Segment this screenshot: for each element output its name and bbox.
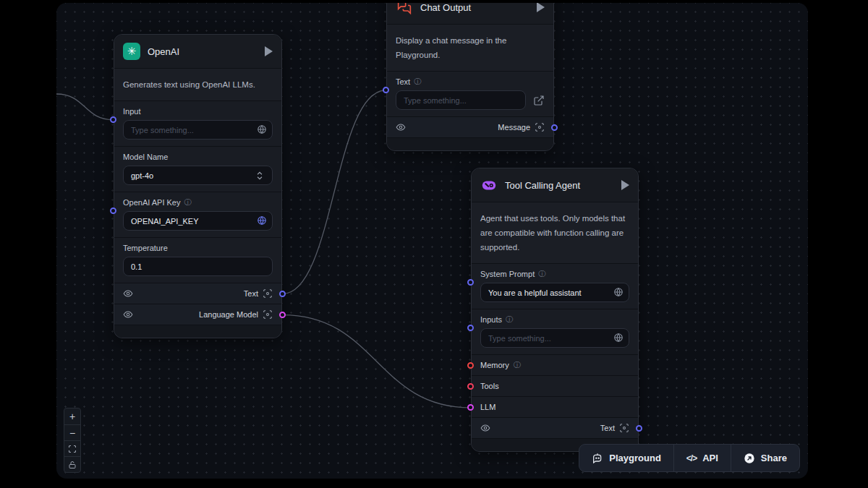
playground-button[interactable]: Playground: [579, 445, 673, 471]
port-language-model-output[interactable]: [279, 312, 286, 318]
node-description: Agent that uses tools. Only models that …: [472, 202, 638, 264]
model-select-value: gpt-4o: [131, 171, 255, 180]
system-prompt-field[interactable]: [480, 283, 629, 302]
node-title: Tool Calling Agent: [505, 180, 614, 191]
input-row-tools[interactable]: Tools: [472, 376, 638, 397]
field-group-temperature: Temperature: [114, 238, 281, 283]
zoom-out-button[interactable]: −: [64, 424, 80, 440]
field-label: Model Name: [123, 153, 168, 161]
port-api-key[interactable]: [110, 207, 116, 214]
scan-eye-icon[interactable]: [535, 122, 545, 132]
port-text-input[interactable]: [383, 87, 389, 93]
port-system-prompt[interactable]: [467, 279, 474, 286]
field-label: Inputs: [480, 315, 502, 324]
input-row-label: Memory: [480, 361, 509, 369]
action-toolbar: Playground </> API Share: [579, 444, 800, 472]
input-row-memory[interactable]: Memory ⓘ: [472, 355, 638, 376]
field-label: Temperature: [123, 244, 168, 252]
node-description: Display a chat message in the Playground…: [387, 25, 553, 72]
lock-icon: [68, 461, 77, 469]
play-icon[interactable]: [265, 46, 273, 56]
output-label: Language Model: [199, 310, 258, 319]
globe-icon[interactable]: [613, 287, 624, 297]
chevron-up-down-icon: [255, 171, 265, 181]
globe-icon[interactable]: [257, 124, 267, 134]
field-label: Text: [396, 77, 410, 86]
info-icon: ⓘ: [506, 316, 513, 323]
fit-view-button[interactable]: [64, 440, 80, 456]
lock-button[interactable]: [64, 456, 80, 472]
node-footer: [114, 325, 281, 338]
port-memory[interactable]: [467, 362, 474, 369]
output-row-language-model[interactable]: Language Model: [114, 304, 281, 325]
port-input[interactable]: [110, 116, 116, 123]
input-row-label: LLM: [480, 403, 495, 411]
globe-icon[interactable]: [613, 333, 624, 343]
port-text-output[interactable]: [636, 425, 642, 432]
model-select[interactable]: gpt-4o: [123, 166, 273, 185]
port-tools[interactable]: [467, 383, 474, 390]
node-title: Chat Output: [420, 3, 529, 13]
playground-bot-icon: [592, 453, 603, 464]
field-group-api-key: OpenAI API Key ⓘ: [114, 192, 281, 238]
output-row-message[interactable]: Message: [387, 117, 553, 138]
eye-icon[interactable]: [480, 423, 490, 433]
node-agent-header[interactable]: Tool Calling Agent: [472, 168, 638, 202]
field-group-text: Text ⓘ: [387, 72, 553, 117]
eye-icon[interactable]: [123, 288, 133, 299]
playground-label: Playground: [609, 453, 661, 463]
info-icon: ⓘ: [414, 78, 421, 85]
node-chat-header[interactable]: Chat Output: [387, 3, 553, 25]
field-group-inputs: Inputs ⓘ: [472, 309, 638, 355]
field-group-model-name: Model Name gpt-4o: [114, 147, 281, 192]
port-text-output[interactable]: [279, 291, 286, 297]
chat-bubble-icon: [396, 3, 413, 16]
play-icon[interactable]: [537, 3, 545, 12]
input-field[interactable]: [123, 120, 273, 140]
info-icon: ⓘ: [514, 361, 521, 369]
info-icon: ⓘ: [184, 199, 192, 206]
code-icon: </>: [686, 453, 697, 463]
node-title: OpenAI: [148, 46, 258, 57]
port-message-output[interactable]: [551, 124, 558, 131]
zoom-in-button[interactable]: +: [64, 408, 80, 424]
inputs-field[interactable]: [480, 328, 629, 348]
node-openai[interactable]: ✳ OpenAI Generates text using OpenAI LLM…: [114, 34, 282, 338]
port-llm[interactable]: [467, 404, 474, 411]
share-button[interactable]: Share: [731, 445, 799, 471]
play-icon[interactable]: [621, 180, 629, 190]
eye-icon[interactable]: [396, 122, 406, 132]
node-tool-calling-agent[interactable]: Tool Calling Agent Agent that uses tools…: [471, 168, 639, 452]
openai-logo-icon: ✳: [123, 43, 140, 60]
field-label: Input: [123, 107, 140, 116]
share-icon: [744, 453, 755, 464]
scan-eye-icon[interactable]: [263, 309, 273, 320]
eye-icon[interactable]: [123, 309, 133, 320]
scan-eye-icon[interactable]: [619, 423, 629, 433]
output-label: Text: [600, 424, 615, 432]
node-openai-header[interactable]: ✳ OpenAI: [114, 35, 281, 69]
info-icon: ⓘ: [538, 270, 545, 278]
temperature-field[interactable]: [123, 257, 273, 276]
input-row-llm[interactable]: LLM: [472, 397, 638, 418]
output-row-text[interactable]: Text: [472, 418, 638, 439]
flow-canvas[interactable]: ✳ OpenAI Generates text using OpenAI LLM…: [56, 3, 808, 479]
port-inputs[interactable]: [467, 325, 474, 331]
output-label: Text: [244, 289, 258, 298]
field-group-system-prompt: System Prompt ⓘ: [472, 264, 638, 309]
node-chat-output[interactable]: Chat Output Display a chat message in th…: [386, 3, 554, 151]
output-label: Message: [498, 123, 530, 132]
scan-eye-icon[interactable]: [263, 288, 273, 299]
globe-icon[interactable]: [257, 215, 267, 226]
output-row-text[interactable]: Text: [114, 283, 281, 304]
agent-bot-icon: [480, 176, 498, 194]
api-key-field[interactable]: [123, 211, 273, 231]
canvas-controls: + −: [64, 408, 81, 473]
field-label: OpenAI API Key: [123, 198, 181, 207]
api-button[interactable]: </> API: [673, 445, 731, 471]
external-link-icon[interactable]: [533, 95, 545, 106]
text-field[interactable]: [396, 90, 526, 110]
api-label: API: [702, 453, 718, 463]
input-row-label: Tools: [480, 382, 499, 390]
field-label: System Prompt: [480, 270, 535, 278]
